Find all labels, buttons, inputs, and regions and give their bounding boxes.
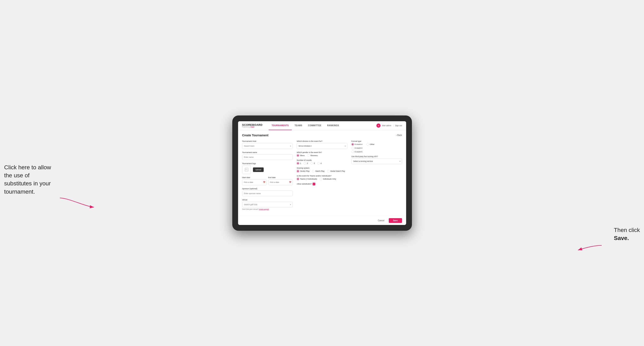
event-individuals-radio[interactable] <box>320 178 322 180</box>
email-support-link[interactable]: email support <box>259 208 269 210</box>
nav-right: B blair admin | Sign out <box>376 124 402 128</box>
sponsor-label: Sponsor (optional) <box>242 188 293 190</box>
scoring-api-group: Use third-party live scoring API? Select… <box>352 156 402 164</box>
rounds-4[interactable]: 4 <box>317 162 322 165</box>
venue-input[interactable] <box>242 202 293 207</box>
format-other-radio[interactable] <box>366 143 369 146</box>
rounds-2-radio[interactable] <box>304 162 306 165</box>
rounds-2-label: 2 <box>307 162 308 164</box>
rounds-3[interactable]: 3 <box>310 162 315 165</box>
format-6count4-label: 6 count 4 <box>355 147 362 149</box>
nav-tournaments[interactable]: TOURNAMENTS <box>269 121 292 130</box>
save-button[interactable]: Save <box>389 218 402 223</box>
logo-powered: Powered by clippd <box>242 126 263 128</box>
scoring-medal[interactable]: Medal Match Play <box>327 170 345 173</box>
substitutes-group: Allow substitutes? ✓ <box>297 183 347 185</box>
gender-womens[interactable]: Womens <box>307 154 318 157</box>
tournament-host-label: Tournament Host <box>242 140 293 142</box>
nav-teams[interactable]: TEAMS <box>292 121 306 130</box>
event-teams-radio[interactable] <box>297 178 299 180</box>
scoring-match[interactable]: Match Play <box>312 170 324 173</box>
nav-separator: | <box>393 125 393 127</box>
upload-button[interactable]: Upload <box>253 168 264 172</box>
venue-wrapper <box>242 202 293 207</box>
format-type-group: Format type 5 count 4 Other <box>352 140 402 153</box>
page-header: Create Tournament ‹ Back <box>242 134 402 137</box>
event-individuals[interactable]: Individuals Only <box>320 178 336 180</box>
format-5count4-label: 5 count 4 <box>355 143 362 145</box>
format-5count4-radio[interactable] <box>352 143 354 146</box>
navbar: SCOREBOARD Powered by clippd TOURNAMENTS… <box>238 121 406 130</box>
rounds-1-label: 1 <box>300 162 301 164</box>
date-row: Start date 📅 End date 📅 <box>242 176 293 185</box>
event-teams-label: Teams (+Individuals) <box>300 178 317 180</box>
venue-group: Venue Can't find your venue? email suppo… <box>242 199 293 210</box>
nav-committee[interactable]: COMMITTEE <box>305 121 324 130</box>
tablet-screen: SCOREBOARD Powered by clippd TOURNAMENTS… <box>238 121 406 225</box>
calendar-icon: 📅 <box>263 181 265 183</box>
scoring-stroke[interactable]: Stroke Play <box>297 170 310 173</box>
format-row-1: 5 count 4 Other <box>352 143 402 146</box>
nav-signout[interactable]: Sign out <box>395 125 402 127</box>
gender-mens-label: Mens <box>300 155 304 157</box>
gender-radio-group: Mens Womens <box>297 154 347 157</box>
end-date-label: End date <box>268 176 292 178</box>
gender-group: Which gender is the event for? Mens Wome… <box>297 151 347 157</box>
rounds-3-label: 3 <box>314 162 315 164</box>
event-teams[interactable]: Teams (+Individuals) <box>297 178 317 180</box>
svg-point-3 <box>246 169 246 169</box>
tournament-name-group: Tournament name <box>242 151 293 160</box>
rounds-2[interactable]: 2 <box>304 162 308 165</box>
rounds-1[interactable]: 1 <box>297 162 301 165</box>
gender-womens-label: Womens <box>310 155 318 157</box>
form-body: Tournament Host Tournament name Tourname… <box>242 140 402 213</box>
format-6count5[interactable]: 6 count 5 <box>352 151 362 153</box>
gender-mens-radio[interactable] <box>297 154 299 157</box>
event-individuals-label: Individuals Only <box>323 178 336 180</box>
rounds-4-radio[interactable] <box>317 162 320 165</box>
nav-avatar: B <box>376 124 380 128</box>
logo-area: SCOREBOARD Powered by clippd <box>242 124 263 128</box>
scoring-medal-label: Medal Match Play <box>330 170 345 172</box>
calendar-icon-2: 📅 <box>289 181 291 183</box>
nav-rankings[interactable]: RANKINGS <box>324 121 342 130</box>
format-6count4-radio[interactable] <box>352 147 354 149</box>
start-date-group: Start date 📅 <box>242 176 266 185</box>
cancel-button[interactable]: Cancel <box>375 218 387 223</box>
tournament-name-input[interactable] <box>242 154 293 160</box>
event-type-group: Is this event for Teams and/or Individua… <box>297 175 347 180</box>
rounds-1-radio[interactable] <box>297 162 299 165</box>
format-row-3: 6 count 5 <box>352 151 402 153</box>
end-date-group: End date 📅 <box>268 176 292 185</box>
left-column: Tournament Host Tournament name Tourname… <box>242 140 293 213</box>
tournament-host-input[interactable] <box>242 143 293 149</box>
gender-womens-radio[interactable] <box>307 154 310 157</box>
rounds-4-label: 4 <box>320 162 322 164</box>
venue-note: Can't find your venue? email support <box>242 208 293 210</box>
scoring-service-wrapper: Select a scoring service <box>352 158 402 164</box>
format-6count5-radio[interactable] <box>352 151 354 153</box>
scoring-stroke-radio[interactable] <box>297 170 299 173</box>
scoring-medal-radio[interactable] <box>327 170 330 173</box>
tablet-frame: SCOREBOARD Powered by clippd TOURNAMENTS… <box>232 116 412 231</box>
scoring-service-select[interactable]: Select a scoring service <box>352 158 402 164</box>
format-5count4[interactable]: 5 count 4 <box>352 143 362 146</box>
format-other[interactable]: Other <box>366 143 374 146</box>
division-group: Which division is the event for? NCAA Di… <box>297 140 347 149</box>
allow-substitutes-label: Allow substitutes? <box>297 183 312 185</box>
back-link[interactable]: ‹ Back <box>396 134 402 136</box>
format-6count4[interactable]: 6 count 4 <box>352 147 362 149</box>
nav-links: TOURNAMENTS TEAMS COMMITTEE RANKINGS <box>269 121 376 130</box>
rounds-3-radio[interactable] <box>310 162 313 165</box>
gender-mens[interactable]: Mens <box>297 154 304 157</box>
scoring-radio-group: Stroke Play Match Play Medal Match Play <box>297 170 347 173</box>
event-type-label: Is this event for Teams and/or Individua… <box>297 175 347 177</box>
division-select[interactable]: NCAA Division I <box>297 143 347 149</box>
page-footer: Cancel Save <box>238 216 406 225</box>
sponsor-input[interactable] <box>242 190 293 196</box>
allow-substitutes-checkbox[interactable]: ✓ <box>312 183 315 185</box>
scoring-match-radio[interactable] <box>312 170 314 173</box>
logo-placeholder <box>242 165 251 174</box>
scoring-label: Scoring system <box>297 167 347 169</box>
logo-clippd: clippd <box>250 126 254 128</box>
